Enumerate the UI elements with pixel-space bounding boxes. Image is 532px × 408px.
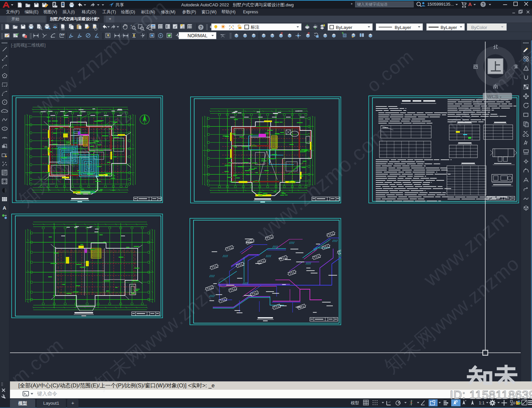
svg-text:1:1: 1:1 — [479, 401, 484, 405]
svg-text:ByLayer: ByLayer — [336, 25, 352, 30]
svg-text:-: - — [130, 26, 131, 30]
svg-text:模型: 模型 — [350, 401, 359, 405]
svg-text:ByLayer: ByLayer — [395, 25, 411, 30]
svg-text:NORMAL: NORMAL — [188, 33, 207, 38]
svg-text:X Y: X Y — [61, 34, 65, 36]
svg-text:.1: .1 — [151, 35, 153, 37]
svg-text:A: A — [3, 205, 6, 211]
svg-text:ByLayer: ByLayer — [441, 25, 457, 30]
svg-text:ByColor: ByColor — [471, 25, 487, 30]
svg-text:?: ? — [200, 25, 202, 30]
svg-text:标注: 标注 — [251, 25, 259, 30]
svg-text:?: ? — [482, 2, 484, 7]
